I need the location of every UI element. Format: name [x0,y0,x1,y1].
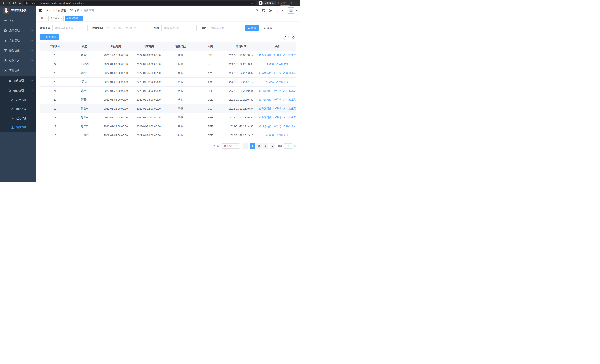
close-icon[interactable]: × [61,17,62,19]
page-button-1[interactable]: 1 [250,143,255,149]
cancel-action-link[interactable]: 取消请假 [259,125,272,128]
prev-page-button[interactable]: ‹ [243,143,248,149]
start-date-input[interactable]: 开始日期 [111,26,122,30]
result-select[interactable]: 请选择流结果 [161,25,197,31]
progress-action-link[interactable]: 审批进度 [283,54,296,57]
apply-time-range-picker[interactable]: 开始日期 - 结束日期 [105,25,149,31]
reset-button[interactable]: 重置 [261,25,275,31]
action-label: 详情 [276,125,281,128]
breadcrumb-home[interactable]: 首页 [46,9,51,12]
page-button-3[interactable]: 3 [263,143,268,149]
action-label: 取消请假 [262,71,272,75]
user-menu-caret-icon[interactable]: ▾ [296,9,297,11]
page-button-2[interactable]: 2 [256,143,262,149]
sidebar-item-请假查询[interactable]: 请假查询 [0,123,36,132]
filter-form: 请假类型 请选择请假类型 申请时间 开始日期 - 结束日期 结果 请选择流结果 [40,25,296,31]
column-header-结束时间: 结束时间 [132,42,165,51]
progress-action-link[interactable]: 审批进度 [283,125,296,128]
font-size-icon[interactable]: ᴛT [282,9,284,12]
tab-label: 流程详情 [50,17,59,20]
sidebar-item-流程管理[interactable]: 流程管理 [0,76,36,86]
tab-流程详情[interactable]: 流程详情× [48,16,64,21]
cancel-action-link[interactable]: 取消请假 [259,116,272,119]
page-size-select[interactable]: 10条/页 [222,143,240,149]
sidebar-item-我的流程[interactable]: 我的流程 [0,96,36,105]
progress-action-link[interactable]: 审批进度 [276,63,288,66]
progress-action-link[interactable]: 审批进度 [283,89,296,93]
breadcrumb-oa-example[interactable]: OA 示例 [70,9,79,12]
reason-input[interactable]: 请输入原因 [209,25,241,31]
progress-action-link[interactable]: 审批进度 [283,116,296,119]
browser-menu-icon[interactable]: ⋮ [287,2,290,4]
refresh-table-button[interactable] [291,34,296,40]
browser-home-icon[interactable] [17,0,22,5]
progress-action-link[interactable]: 审批进度 [283,71,296,75]
sidebar-item-研发工具[interactable]: 研发工具 [0,56,36,65]
security-warning[interactable]: 不安全 [26,1,36,5]
detail-action-link[interactable]: 详情 [273,107,281,110]
progress-action-link[interactable]: 审批进度 [283,107,296,110]
leave-type-select[interactable]: 请选择请假类型 [52,25,88,31]
cancel-action-link[interactable]: 取消请假 [259,54,272,57]
sidebar-item-支付管理[interactable]: 支付管理 [0,36,36,46]
detail-action-link[interactable]: 详情 [273,125,281,128]
column-header-请假类型: 请假类型 [165,42,196,51]
detail-action-link[interactable]: 详情 [273,116,281,119]
header-actions: ᴛT ▾ [255,7,297,14]
cancel-action-link[interactable]: 取消请假 [259,89,272,93]
detail-action-link[interactable]: 详情 [266,80,274,84]
cell-end: 2022-01-26 00:00:00 [132,69,165,77]
tab-首页[interactable]: 首页 [39,16,47,21]
cell-status: 处理中 [70,104,100,113]
tab-请假查询[interactable]: 请假查询× [65,16,83,21]
github-icon[interactable] [262,9,265,12]
progress-action-link[interactable]: 审批进度 [283,98,296,101]
detail-action-link[interactable]: 详情 [273,54,281,57]
sidebar-item-首页[interactable]: 首页 [0,16,36,26]
cell-actions: 取消请假详情审批进度 [258,86,296,95]
close-icon[interactable]: × [79,17,81,19]
detail-action-link[interactable]: 详情 [266,134,274,137]
action-label: 详情 [276,89,281,93]
sidebar-item-工作流程[interactable]: 工作流程 [0,65,36,76]
browser-update-button[interactable]: 更新 ⋮ [278,0,292,6]
toggle-search-button[interactable] [283,34,289,40]
cell-end: 2022-01-22 00:00:00 [132,104,165,113]
browser-forward-icon[interactable] [7,0,11,5]
sidebar-item-任务管理[interactable]: 任务管理 [0,86,36,96]
sidebar-logo[interactable]: 芋道管理系统 [0,6,36,15]
url-text[interactable]: dashboard.yudao.iocoder.cn/bpm/oa/leave [40,2,85,4]
search-button[interactable]: 搜索 [245,25,259,31]
sidebar-item-系统管理[interactable]: 系统管理 [0,26,36,36]
search-icon[interactable] [255,9,259,12]
chevron-down-icon [83,27,86,29]
delete-icon [259,125,261,128]
sidebar-item-基础设施[interactable]: 基础设施 [0,46,36,56]
detail-action-link[interactable]: 详情 [273,89,281,93]
progress-action-link[interactable]: 审批进度 [276,134,288,137]
sidebar-item-已办任务[interactable]: 已办任务 [0,114,36,123]
bookmark-star-icon[interactable]: ☆ [251,2,253,4]
progress-action-link[interactable]: 审批进度 [276,80,288,84]
help-icon[interactable] [269,9,272,12]
fullscreen-icon[interactable] [275,9,279,12]
breadcrumb-workflow[interactable]: 工作流程 [56,9,66,12]
total-count: 共 23 条 [210,144,219,148]
end-date-input[interactable]: 结束日期 [126,26,136,30]
detail-action-link[interactable]: 详情 [273,98,281,101]
sidebar-item-待办任务[interactable]: 待办任务 [0,105,36,114]
create-leave-button[interactable]: 发起请假 [40,34,59,40]
cell-start: 2022-01-03 00:00:00 [100,60,132,69]
browser-reload-icon[interactable] [12,0,17,5]
next-page-button[interactable]: › [270,143,275,149]
cancel-action-link[interactable]: 取消请假 [259,98,272,101]
sidebar-collapse-icon[interactable] [39,9,43,13]
browser-back-icon[interactable] [1,0,6,5]
detail-action-link[interactable]: 详情 [273,71,281,75]
detail-action-link[interactable]: 详情 [266,63,274,66]
goto-page-input[interactable]: 1 [284,143,292,149]
cancel-action-link[interactable]: 取消请假 [259,71,272,75]
address-bar[interactable]: 不安全 dashboard.yudao.iocoder.cn/bpm/oa/le… [23,0,255,5]
user-avatar[interactable] [288,7,294,14]
cancel-action-link[interactable]: 取消请假 [259,107,272,110]
